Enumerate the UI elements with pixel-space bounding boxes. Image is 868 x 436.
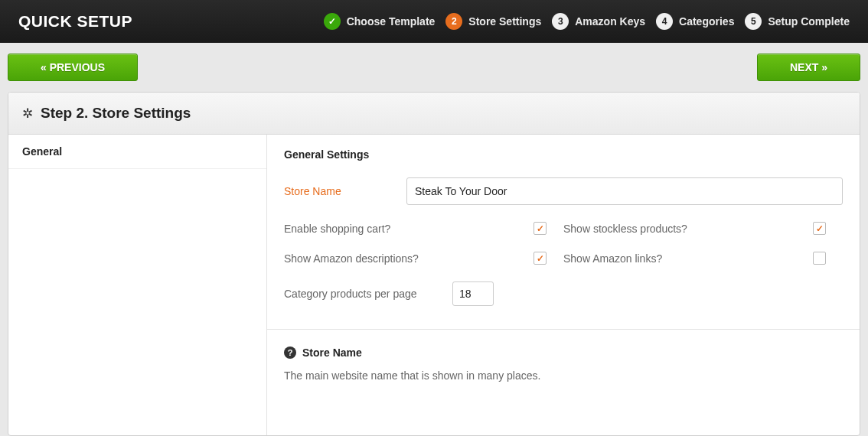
help-title-text: Store Name xyxy=(302,347,362,359)
panel-title: Step 2. Store Settings xyxy=(41,105,191,122)
step-label: Choose Template xyxy=(347,15,436,28)
step-choose-template[interactable]: ✓ Choose Template xyxy=(324,13,436,30)
step-number-badge: 4 xyxy=(656,13,673,30)
row-per-page: Category products per page xyxy=(284,281,843,306)
per-page-label: Category products per page xyxy=(284,288,452,300)
wizard-steps: ✓ Choose Template 2 Store Settings 3 Ama… xyxy=(324,13,850,30)
enable-cart-label: Enable shopping cart? xyxy=(284,223,534,235)
step-number-badge: 2 xyxy=(445,13,462,30)
store-name-label: Store Name xyxy=(284,185,406,197)
question-icon: ? xyxy=(284,347,296,359)
header-title: QUICK SETUP xyxy=(18,12,132,31)
show-stockless-checkbox[interactable] xyxy=(813,222,826,235)
previous-button[interactable]: « PREVIOUS xyxy=(8,54,138,81)
step-store-settings[interactable]: 2 Store Settings xyxy=(445,13,541,30)
check-icon: ✓ xyxy=(324,13,341,30)
help-text: The main website name that is shown in m… xyxy=(284,369,843,382)
row-cart-stockless: Enable shopping cart? Show stockless pro… xyxy=(284,222,843,235)
show-amazon-desc-label: Show Amazon descriptions? xyxy=(284,252,534,265)
show-amazon-links-label: Show Amazon links? xyxy=(563,252,813,265)
header-bar: QUICK SETUP ✓ Choose Template 2 Store Se… xyxy=(0,0,868,43)
step-label: Amazon Keys xyxy=(575,15,645,28)
gear-icon: ✲ xyxy=(22,106,33,122)
step-number-badge: 3 xyxy=(552,13,569,30)
store-name-input[interactable] xyxy=(406,177,843,205)
settings-panel: ✲ Step 2. Store Settings General General… xyxy=(8,92,860,436)
step-number-badge: 5 xyxy=(745,13,762,30)
settings-sidebar: General xyxy=(8,135,267,435)
settings-main: General Settings Store Name Enable shopp… xyxy=(267,135,860,435)
step-label: Setup Complete xyxy=(768,15,850,28)
step-label: Categories xyxy=(679,15,734,28)
panel-body: General General Settings Store Name Enab… xyxy=(8,135,860,435)
row-store-name: Store Name xyxy=(284,177,843,205)
form-area: General Settings Store Name Enable shopp… xyxy=(267,135,860,329)
next-button[interactable]: NEXT » xyxy=(757,54,860,81)
show-stockless-label: Show stockless products? xyxy=(563,223,813,235)
help-title: ? Store Name xyxy=(284,347,843,359)
show-amazon-links-checkbox[interactable] xyxy=(813,252,826,265)
step-label: Store Settings xyxy=(468,15,541,28)
show-amazon-desc-checkbox[interactable] xyxy=(534,252,547,265)
step-amazon-keys[interactable]: 3 Amazon Keys xyxy=(552,13,645,30)
step-categories[interactable]: 4 Categories xyxy=(656,13,734,30)
help-area: ? Store Name The main website name that … xyxy=(267,329,860,399)
panel-header: ✲ Step 2. Store Settings xyxy=(8,93,860,135)
step-setup-complete[interactable]: 5 Setup Complete xyxy=(745,13,850,30)
sidebar-item-general[interactable]: General xyxy=(8,135,266,169)
row-amazon: Show Amazon descriptions? Show Amazon li… xyxy=(284,252,843,265)
enable-cart-checkbox[interactable] xyxy=(534,222,547,235)
per-page-input[interactable] xyxy=(452,281,494,306)
sidebar-item-label: General xyxy=(22,145,62,158)
section-title: General Settings xyxy=(284,148,843,161)
nav-buttons: « PREVIOUS NEXT » xyxy=(0,43,868,92)
